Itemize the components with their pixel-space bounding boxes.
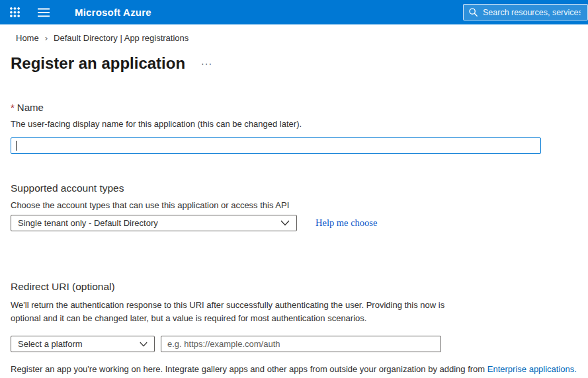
name-label-text: Name bbox=[17, 102, 44, 113]
hamburger-menu-button[interactable] bbox=[29, 0, 58, 24]
account-types-heading: Supported account types bbox=[11, 182, 588, 194]
required-asterisk: * bbox=[11, 102, 15, 113]
name-field-label: *Name bbox=[11, 102, 588, 113]
name-input-wrapper bbox=[11, 137, 541, 154]
account-types-row: Single tenant only - Default Directory H… bbox=[11, 215, 588, 231]
redirect-uri-input[interactable] bbox=[161, 336, 441, 352]
breadcrumb-current-link[interactable]: Default Directory | App registrations bbox=[54, 33, 189, 43]
azure-brand-title[interactable]: Microsoft Azure bbox=[75, 7, 151, 18]
waffle-menu-button[interactable] bbox=[0, 0, 29, 24]
breadcrumb-chevron-icon: › bbox=[45, 33, 48, 43]
page-title-row: Register an application ··· bbox=[11, 54, 588, 73]
redirect-uri-heading: Redirect URI (optional) bbox=[11, 281, 588, 293]
topbar: Microsoft Azure bbox=[0, 0, 588, 24]
waffle-icon bbox=[9, 7, 21, 18]
redirect-uri-description: We'll return the authentication response… bbox=[11, 299, 448, 325]
account-type-dropdown[interactable]: Single tenant only - Default Directory bbox=[11, 215, 297, 231]
footer-note: Register an app you're working on here. … bbox=[11, 364, 588, 374]
platform-dropdown[interactable]: Select a platform bbox=[11, 336, 155, 352]
name-input[interactable] bbox=[11, 137, 541, 154]
breadcrumb: Home › Default Directory | App registrat… bbox=[16, 24, 588, 43]
global-search-input[interactable] bbox=[482, 7, 582, 18]
redirect-uri-row: Select a platform bbox=[11, 336, 588, 352]
footer-note-text: Register an app you're working on here. … bbox=[11, 364, 487, 374]
name-field-description: The user-facing display name for this ap… bbox=[11, 119, 588, 129]
chevron-down-icon bbox=[280, 220, 290, 226]
account-type-selected-value: Single tenant only - Default Directory bbox=[18, 218, 158, 228]
enterprise-applications-link[interactable]: Enterprise applications. bbox=[487, 364, 577, 374]
help-me-choose-link[interactable]: Help me choose bbox=[315, 217, 377, 229]
main-content: Home › Default Directory | App registrat… bbox=[0, 24, 588, 374]
hamburger-icon bbox=[38, 12, 50, 13]
breadcrumb-home-link[interactable]: Home bbox=[16, 33, 39, 43]
text-caret bbox=[16, 141, 17, 151]
page-title: Register an application bbox=[11, 54, 185, 73]
search-icon bbox=[469, 8, 478, 17]
chevron-down-icon bbox=[140, 342, 147, 347]
platform-selected-value: Select a platform bbox=[18, 339, 83, 349]
page-context-menu-button[interactable]: ··· bbox=[198, 59, 215, 68]
account-types-description: Choose the account types that can use th… bbox=[11, 200, 588, 210]
global-search-box[interactable] bbox=[463, 4, 588, 20]
